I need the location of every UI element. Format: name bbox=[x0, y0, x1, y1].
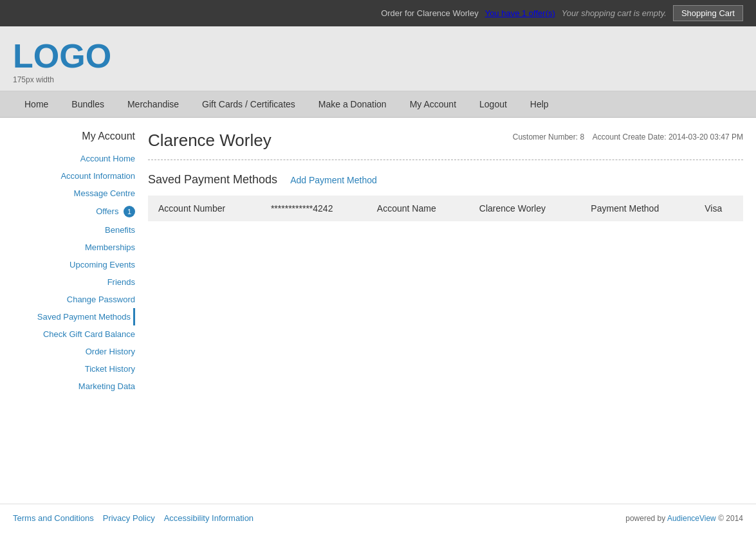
payment-method-value: Visa bbox=[694, 196, 743, 221]
nav-myaccount[interactable]: My Account bbox=[398, 91, 468, 117]
footer-accessibility-link[interactable]: Accessibility Information bbox=[164, 513, 254, 523]
payment-method-label: Payment Method bbox=[580, 196, 694, 221]
footer-terms-link[interactable]: Terms and Conditions bbox=[13, 513, 94, 523]
powered-by-text: powered by bbox=[625, 514, 665, 523]
sidebar-item-upcoming-events[interactable]: Upcoming Events bbox=[13, 256, 135, 273]
logo-subtitle: 175px width bbox=[13, 75, 743, 84]
account-number-value: ************4242 bbox=[261, 196, 367, 221]
payment-table: Account Number ************4242 Account … bbox=[148, 196, 743, 221]
copyright-text: © 2014 bbox=[718, 514, 743, 523]
order-text: Order for Clarence Worley bbox=[381, 8, 478, 18]
sidebar-item-ticket-history[interactable]: Ticket History bbox=[13, 360, 135, 378]
content-area: Clarence Worley Customer Number: 8 Accou… bbox=[148, 131, 743, 491]
section-header: Saved Payment Methods Add Payment Method bbox=[148, 173, 743, 187]
footer-privacy-link[interactable]: Privacy Policy bbox=[103, 513, 155, 523]
header: LOGO 175px width bbox=[0, 26, 756, 91]
account-name: Clarence Worley bbox=[148, 131, 272, 151]
sidebar-item-saved-payment-methods[interactable]: Saved Payment Methods bbox=[13, 308, 135, 325]
section-title: Saved Payment Methods bbox=[148, 173, 277, 187]
main-nav: Home Bundles Merchandise Gift Cards / Ce… bbox=[0, 91, 756, 118]
sidebar-heading: My Account bbox=[13, 131, 135, 142]
customer-number-label: Customer Number: bbox=[513, 132, 578, 142]
nav-home[interactable]: Home bbox=[13, 91, 60, 117]
add-payment-method-link[interactable]: Add Payment Method bbox=[290, 175, 377, 185]
main-content: My Account Account Home Account Informat… bbox=[0, 118, 756, 504]
top-bar: Order for Clarence Worley You have 1 off… bbox=[0, 0, 756, 26]
sidebar-item-offers[interactable]: Offers 1 bbox=[13, 202, 135, 221]
payment-row: Account Number ************4242 Account … bbox=[148, 196, 743, 221]
sidebar-item-check-gift-card-balance[interactable]: Check Gift Card Balance bbox=[13, 325, 135, 343]
shopping-cart-button[interactable]: Shopping Cart bbox=[673, 5, 743, 21]
offers-badge: 1 bbox=[124, 206, 135, 217]
footer-links: Terms and Conditions Privacy Policy Acce… bbox=[13, 513, 254, 523]
account-name-label: Account Name bbox=[367, 196, 469, 221]
account-meta: Customer Number: 8 Account Create Date: … bbox=[513, 131, 743, 145]
offers-link[interactable]: You have 1 offer(s) bbox=[485, 8, 555, 18]
footer-powered: powered by AudienceView © 2014 bbox=[625, 514, 743, 523]
create-date-label: Account Create Date: bbox=[593, 132, 667, 142]
sidebar-item-change-password[interactable]: Change Password bbox=[13, 291, 135, 308]
account-header: Clarence Worley Customer Number: 8 Accou… bbox=[148, 131, 743, 160]
footer: Terms and Conditions Privacy Policy Acce… bbox=[0, 504, 756, 532]
sidebar-item-account-home[interactable]: Account Home bbox=[13, 150, 135, 167]
audienceview-link[interactable]: AudienceView bbox=[667, 514, 716, 523]
sidebar-item-order-history[interactable]: Order History bbox=[13, 343, 135, 360]
sidebar-item-message-centre[interactable]: Message Centre bbox=[13, 185, 135, 202]
cart-text: Your shopping cart is empty. bbox=[562, 8, 667, 18]
nav-logout[interactable]: Logout bbox=[468, 91, 519, 117]
sidebar-item-friends[interactable]: Friends bbox=[13, 273, 135, 291]
sidebar: My Account Account Home Account Informat… bbox=[13, 131, 135, 491]
nav-help[interactable]: Help bbox=[519, 91, 560, 117]
customer-number-value: 8 bbox=[580, 132, 584, 142]
account-number-label: Account Number bbox=[148, 196, 261, 221]
create-date-value: 2014-03-20 03:47 PM bbox=[668, 132, 743, 142]
account-name-value: Clarence Worley bbox=[469, 196, 581, 221]
sidebar-item-memberships[interactable]: Memberships bbox=[13, 239, 135, 256]
sidebar-item-benefits[interactable]: Benefits bbox=[13, 221, 135, 239]
nav-merchandise[interactable]: Merchandise bbox=[116, 91, 190, 117]
nav-donation[interactable]: Make a Donation bbox=[307, 91, 398, 117]
logo: LOGO bbox=[13, 39, 743, 73]
sidebar-item-marketing-data[interactable]: Marketing Data bbox=[13, 378, 135, 395]
nav-giftcards[interactable]: Gift Cards / Certificates bbox=[190, 91, 307, 117]
sidebar-item-account-information[interactable]: Account Information bbox=[13, 167, 135, 185]
nav-bundles[interactable]: Bundles bbox=[60, 91, 116, 117]
